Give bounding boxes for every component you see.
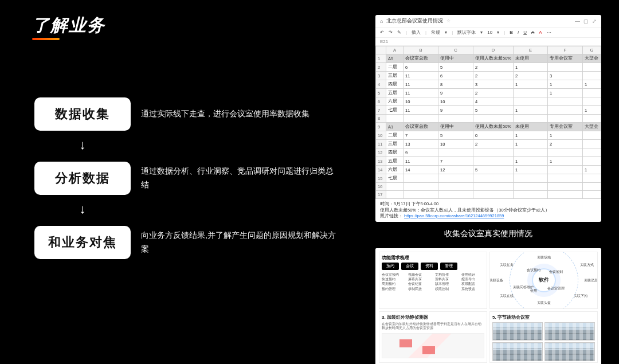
panel1-tab: 管理 bbox=[440, 263, 457, 270]
underline-icon: U bbox=[523, 30, 527, 35]
slide: 了解业务 数据收集 通过实际线下走查，进行会议室使用率数据收集 ↓ 分析数据 通… bbox=[0, 0, 619, 364]
panel1-item: 快速预约 bbox=[382, 277, 405, 281]
panel1-item: 视频会议 bbox=[408, 272, 431, 277]
meeting-room-photos bbox=[492, 322, 595, 361]
diagram-node: 关联下沟 bbox=[574, 293, 587, 298]
diagram-node: 关联设备 bbox=[489, 277, 503, 283]
fontcolor-icon: A bbox=[539, 30, 542, 35]
step-2-desc: 通过数据分析、行业洞察、竞品调研对问题进行归类总结 bbox=[141, 165, 336, 192]
footer-rule: 使用人数未超50%：会议室人数≤2人，且未使用投影设备（30分钟会议室少于≤2人… bbox=[380, 208, 550, 213]
panel1-tab: 会议 bbox=[401, 263, 418, 270]
slide-title: 了解业务 bbox=[32, 14, 105, 37]
report-panel-2: 软件 关联场地关联方式关联消息关联下沟关联头盔关联在线关联问答维护关联设备关联任… bbox=[489, 252, 598, 309]
panel4-title: 5. 字节跳动会议室 bbox=[492, 314, 595, 320]
room-photo bbox=[492, 322, 543, 341]
strike-icon: A bbox=[531, 30, 534, 35]
floorplan-thumbnail bbox=[382, 333, 484, 358]
sheet-grid: ABCDEFG1A5会议室总数使用中使用人数未超50%未使用专用会议室大型会2二… bbox=[375, 46, 601, 199]
arrow-2: ↓ bbox=[34, 202, 131, 217]
step-2-pill: 分析数据 bbox=[34, 162, 131, 195]
panel3-title: 3. 加装红外动静侦测器 bbox=[382, 314, 484, 320]
undo-icon: ↶ bbox=[380, 30, 384, 35]
step-3: 和业务对焦 向业务方反馈结果,并了解产生问题的原因规划和解决方案 bbox=[34, 226, 350, 259]
format-menu: 常规 bbox=[431, 29, 440, 36]
diagram-node: 会议预约 bbox=[527, 267, 540, 272]
panel1-item: 权限配置 bbox=[461, 281, 484, 286]
report-mock: 功能需求梳理 预约会议资料管理 会议室预约快速预约周期预约预约管理视频会议屏幕共… bbox=[375, 248, 601, 365]
panel1-tabs: 预约会议资料管理 bbox=[382, 263, 484, 270]
panel3-desc: 在会议室内加装红外动静侦测传感器用于判定是否有人在场并自动释放长时间无人占用的会… bbox=[382, 322, 484, 331]
window-icons: —▢⤢ bbox=[571, 18, 597, 24]
italic-icon: I bbox=[518, 30, 519, 35]
panel1-item: 版本管理 bbox=[435, 281, 458, 286]
font-menu: 默认字体 bbox=[457, 29, 476, 36]
cell-reference: E21 bbox=[375, 38, 601, 46]
sheet-doc-title: 北京总部会议室使用情况 bbox=[386, 17, 443, 25]
panel1-item: 报表导出 bbox=[461, 277, 484, 281]
step-1-desc: 通过实际线下走查，进行会议室使用率数据收集 bbox=[141, 107, 310, 121]
more-icon: ⋯ bbox=[547, 30, 551, 35]
report-panel-1: 功能需求梳理 预约会议资料管理 会议室预约快速预约周期预约预约管理视频会议屏幕共… bbox=[379, 252, 487, 309]
panel1-tab: 预约 bbox=[382, 263, 399, 270]
font-size: 10 bbox=[487, 30, 492, 35]
bold-icon: B bbox=[510, 30, 513, 35]
panel1-item: 会议纪要 bbox=[408, 281, 431, 286]
room-photo bbox=[492, 342, 543, 361]
footer-link: https://pan.58corp.com/oashare/162124465… bbox=[404, 213, 504, 218]
report-panel-3: 3. 加装红外动静侦测器 在会议室内加装红外动静侦测传感器用于判定是否有人在场并… bbox=[379, 311, 487, 363]
step-2: 分析数据 通过数据分析、行业洞察、竞品调研对问题进行归类总结 bbox=[34, 162, 350, 195]
redo-icon: ↷ bbox=[389, 30, 393, 35]
spreadsheet-mock: ⌂ 北京总部会议室使用情况 ☆ —▢⤢ ↶ ↷ ✎ | 插入 | 常规▾ | 默… bbox=[375, 15, 601, 222]
diagram-node: 关联任务 bbox=[500, 262, 514, 267]
panel1-item: 会议室预约 bbox=[382, 272, 405, 277]
footer-time: 时间：5月17日 下午3:00-4:00 bbox=[380, 201, 438, 206]
step-1: 数据收集 通过实际线下走查，进行会议室使用率数据收集 bbox=[34, 97, 350, 131]
steps-column: 数据收集 通过实际线下走查，进行会议室使用率数据收集 ↓ 分析数据 通过数据分析… bbox=[34, 97, 350, 266]
software-diagram: 软件 关联场地关联方式关联消息关联下沟关联头盔关联在线关联问答维护关联设备关联任… bbox=[492, 255, 595, 306]
panel1-item: 屏幕共享 bbox=[408, 277, 431, 281]
panel1-item: 资料共享 bbox=[435, 277, 458, 281]
panel1-item: 使用统计 bbox=[461, 272, 484, 277]
sheet-toolbar: ↶ ↷ ✎ | 插入 | 常规▾ | 默认字体▾ 10▾ | B I U A A… bbox=[375, 28, 601, 38]
step-3-pill: 和业务对焦 bbox=[34, 226, 131, 259]
star-icon: ☆ bbox=[446, 18, 450, 24]
diagram-node: 关联场地 bbox=[537, 255, 551, 260]
report-panel-4: 5. 字节跳动会议室 bbox=[489, 311, 598, 363]
panel1-item: 录制回放 bbox=[408, 287, 431, 291]
arrow-1: ↓ bbox=[34, 138, 131, 152]
footer-link-label: 照片链接： bbox=[380, 213, 403, 218]
brush-icon: ✎ bbox=[397, 30, 401, 35]
diagram-node: 关联消息 bbox=[584, 277, 598, 283]
panel1-columns: 会议室预约快速预约周期预约预约管理视频会议屏幕共享会议纪要录制回放文档协作资料共… bbox=[382, 272, 484, 292]
sheet-titlebar: ⌂ 北京总部会议室使用情况 ☆ —▢⤢ bbox=[375, 15, 601, 28]
panel1-item: 周期预约 bbox=[382, 281, 405, 286]
diagram-node: 关联方式 bbox=[580, 262, 594, 267]
diagram-node: 关联头盔 bbox=[537, 300, 551, 306]
panel1-item: 系统设置 bbox=[461, 287, 484, 291]
title-underline bbox=[32, 38, 60, 40]
sheet-footer: 时间：5月17日 下午3:00-4:00 使用人数未超50%：会议室人数≤2人，… bbox=[375, 199, 601, 222]
panel1-item: 权限控制 bbox=[435, 287, 458, 291]
panel1-title: 功能需求梳理 bbox=[382, 255, 484, 261]
panel1-tab: 资料 bbox=[421, 263, 438, 270]
diagram-node: 会议签到 bbox=[549, 269, 563, 275]
panel1-item: 预约管理 bbox=[382, 287, 405, 291]
panel1-item: 文档协作 bbox=[435, 272, 458, 277]
insert-menu: 插入 bbox=[412, 29, 421, 36]
step-3-desc: 向业务方反馈结果,并了解产生问题的原因规划和解决方案 bbox=[141, 229, 336, 256]
diagram-node: 关联在线 bbox=[500, 293, 514, 298]
step-1-pill: 数据收集 bbox=[34, 97, 131, 131]
caption-1: 收集会议室真实使用情况 bbox=[375, 229, 601, 239]
home-icon: ⌂ bbox=[380, 18, 383, 24]
room-photo bbox=[544, 342, 595, 361]
room-photo bbox=[544, 322, 595, 341]
diagram-node: 使用 bbox=[530, 288, 537, 293]
right-column: ⌂ 北京总部会议室使用情况 ☆ —▢⤢ ↶ ↷ ✎ | 插入 | 常规▾ | 默… bbox=[375, 15, 601, 364]
diagram-node: 会议室管理 bbox=[547, 285, 565, 291]
